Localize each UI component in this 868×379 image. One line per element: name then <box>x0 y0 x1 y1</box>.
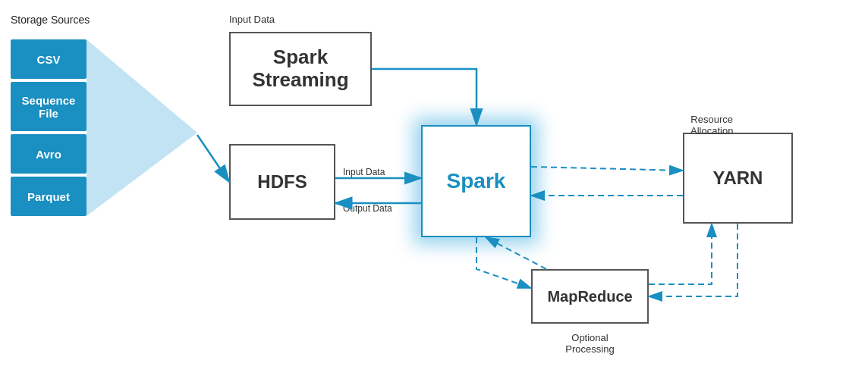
storage-csv-box: CSV <box>11 39 86 79</box>
storage-avro-box: Avro <box>11 134 86 174</box>
spark-box: Spark <box>421 125 531 237</box>
output-data-label: Output Data <box>343 203 392 214</box>
hdfs-box: HDFS <box>229 144 335 220</box>
input-data-hdfs-label: Input Data <box>343 167 385 177</box>
input-data-top-label: Input Data <box>229 14 275 25</box>
diagram: Storage Sources CSV Sequence File Avro P… <box>0 0 868 379</box>
optional-processing-label: Optional Processing <box>531 332 649 355</box>
mapreduce-box: MapReduce <box>531 269 649 324</box>
resource-allocation-label: Resource Allocation <box>690 114 733 136</box>
storage-parquet-box: Parquet <box>11 177 86 216</box>
spark-streaming-box: Spark Streaming <box>229 32 372 106</box>
storage-sequence-box: Sequence File <box>11 82 86 131</box>
funnel-shape <box>86 39 197 216</box>
storage-sources-label: Storage Sources <box>11 14 90 26</box>
yarn-box: YARN <box>683 133 793 224</box>
